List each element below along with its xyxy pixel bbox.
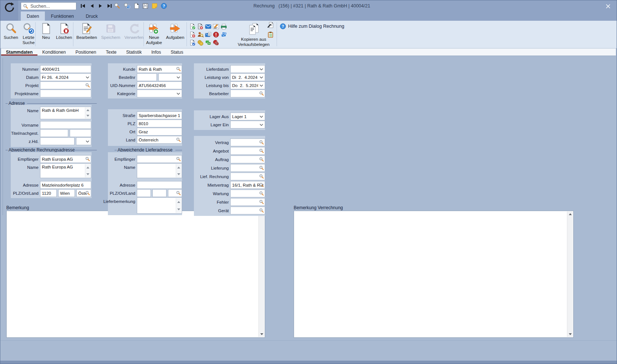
save-file-button[interactable] [142,3,148,9]
verwerfen-label: Verwerfen [124,35,143,40]
app-logo[interactable] [0,0,18,21]
field-leistung_von[interactable]: Di 2. 4.2024 [230,73,265,81]
field-auftrag-lookup-icon[interactable] [259,157,264,162]
mail-document-icon[interactable] [205,31,211,38]
field-lager_ein-dropdown-icon[interactable] [258,121,264,128]
field-lief_rechnung-lookup-icon[interactable] [259,174,264,179]
doc-approve-icon[interactable] [189,23,196,30]
field-mietvertrag[interactable]: 16/1, Rath & Rath [230,181,265,189]
field-mietvertrag-lookup-icon[interactable] [259,183,264,188]
subtab-konditionen[interactable]: Konditionen [37,49,70,56]
chat-icon[interactable] [205,40,211,46]
aufgaben-label: Aufgaben [166,35,184,40]
menu-tab-druck[interactable]: Druck [80,11,104,21]
field-wartung-lookup-icon[interactable] [259,191,264,196]
loeschen-button[interactable]: Löschen [55,22,73,40]
search-box[interactable] [21,2,76,10]
field-geraet[interactable] [230,207,265,214]
subtab-positionen[interactable]: Positionen [70,49,101,56]
field-re_plz[interactable]: 1120 [40,189,57,197]
bemerkung-textarea[interactable] [6,211,265,338]
mail-stack-icon[interactable] [221,31,227,38]
previous-record-button[interactable] [90,3,94,9]
scroll-down-icon[interactable] [259,331,264,337]
clipboard-list-button[interactable] [267,31,274,38]
field-leistung_von-dropdown-icon[interactable] [258,74,264,80]
customer-search-icon[interactable] [197,31,204,38]
field-vertrag[interactable] [230,138,265,146]
help-button[interactable]: ? Hilfe zum Dialog Rechnung [280,23,344,29]
field-auftrag[interactable] [230,156,265,163]
field-angebot[interactable] [230,147,265,155]
subtab-texte[interactable]: Texte [101,49,121,56]
field-lf_plz[interactable] [137,189,151,197]
field-lief_rechnung[interactable] [230,173,265,180]
field-lieferdatum-dropdown-icon[interactable] [258,66,264,72]
field-bestellnr[interactable] [137,73,157,81]
field-titel[interactable] [40,129,68,137]
close-button[interactable] [604,3,612,10]
field-lieferung-lookup-icon[interactable] [259,166,264,171]
last-record-button[interactable] [107,3,112,9]
doc-cancel-icon[interactable] [189,31,196,38]
spin-down-icon[interactable] [85,171,90,177]
field-bearbeiter-lookup-icon[interactable] [259,91,264,96]
subtab-infos[interactable]: Infos [146,49,166,56]
scroll-up-icon[interactable] [567,211,573,217]
field-wartung[interactable] [230,190,265,197]
subtab-status[interactable]: Status [166,49,188,56]
neue-aufgabe-button[interactable]: Neue Aufgabe [145,22,163,46]
alert-icon[interactable] [213,31,219,38]
field-lieferdatum[interactable] [230,65,265,73]
menu-tab-funktionen[interactable]: Funktionen [45,11,80,21]
doc-reject-gray-icon[interactable] [197,23,204,30]
field-lager_ein[interactable] [230,121,265,128]
bemerkung-scrollbar[interactable] [258,211,264,337]
doc-confirm-icon[interactable] [189,40,196,46]
field-leistung_bis-dropdown-icon[interactable] [258,82,264,89]
field-bearbeiter[interactable] [230,90,265,97]
bemerkung-verrechnung-scrollbar[interactable] [567,211,573,337]
neu-button[interactable]: Neu [39,22,53,40]
magnifier-undo-button[interactable] [123,3,131,9]
magnifier-button[interactable] [114,3,120,9]
field-kunde-value: Rath & Rath [139,67,162,71]
scroll-down-icon[interactable] [567,331,573,337]
bemerkung-verrechnung-textarea[interactable] [294,211,574,338]
search-input[interactable] [30,3,74,9]
field-lieferung[interactable] [230,164,265,172]
doc-pen-button[interactable] [267,22,274,28]
field-zhd-label: z.Hd. [0,137,39,145]
first-record-button[interactable] [80,3,86,9]
field-fehler[interactable] [230,198,265,206]
task-new-icon [148,23,160,34]
printer-icon[interactable] [221,23,227,30]
menu-tabs: DatenFunktionenDruck [21,11,104,21]
alert-status-icon[interactable] [213,40,219,46]
next-record-button[interactable] [98,3,103,9]
field-lf_adresse-label: Adresse [70,181,135,189]
letzte-suche-button[interactable]: Letzte Suche [21,22,36,46]
bearbeiten-button[interactable]: Bearbeiten [75,22,98,40]
field-geraet-lookup-icon[interactable] [259,208,264,213]
field-leistung_bis[interactable]: Do 2. 5.2024 [230,81,265,89]
field-zhd[interactable] [40,137,75,145]
field-projektname-label: Projektname [0,90,39,97]
new-document-button[interactable] [134,3,139,9]
aufgaben-button[interactable]: Aufgaben [165,22,185,40]
field-titel-label: Titel/nachgest. [0,129,39,137]
sticky-note-button[interactable] [152,3,158,9]
field-angebot-lookup-icon[interactable] [259,148,264,154]
coins-icon[interactable] [197,40,204,46]
field-fehler-lookup-icon[interactable] [259,200,264,205]
subtab-stammdaten[interactable]: Stammdaten [1,49,37,56]
subtab-statistik[interactable]: Statistik [121,49,146,56]
field-ort[interactable]: Graz [137,128,182,136]
suchen-button[interactable]: Suchen [3,22,19,40]
note-edit-icon[interactable] [213,23,219,30]
field-lager_aus[interactable]: Lager 1 [230,113,265,120]
mail-open-icon[interactable] [205,23,211,30]
field-vertrag-lookup-icon[interactable] [259,140,264,145]
field-lager_aus-dropdown-icon[interactable] [258,113,264,120]
menu-tab-daten[interactable]: Daten [21,11,45,21]
